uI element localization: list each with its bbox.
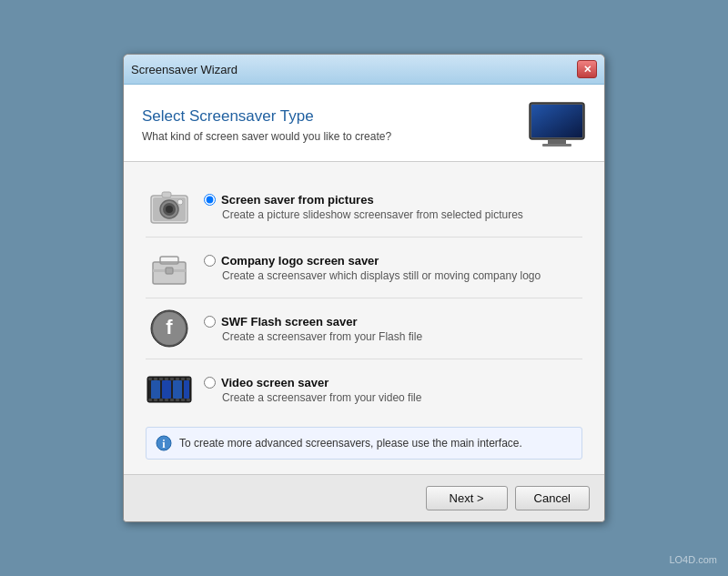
option-company[interactable]: Company logo screen saver Create a scree…: [146, 237, 582, 298]
svg-rect-36: [170, 399, 174, 401]
svg-rect-20: [151, 380, 160, 399]
option-pictures-desc: Create a picture slideshow screensaver f…: [222, 208, 523, 221]
info-bar: i To create more advanced screensavers, …: [146, 427, 582, 460]
svg-rect-38: [181, 399, 185, 401]
svg-point-9: [166, 206, 173, 213]
svg-rect-22: [173, 380, 182, 399]
option-video[interactable]: Video screen saver Create a screensaver …: [146, 359, 582, 419]
option-flash-label[interactable]: SWF Flash screen saver: [221, 315, 358, 328]
svg-rect-23: [184, 380, 189, 399]
main-window: Screensaver Wizard ✕ Select Screensaver …: [123, 54, 605, 522]
svg-rect-21: [162, 380, 171, 399]
svg-rect-28: [170, 378, 174, 380]
svg-rect-26: [159, 378, 163, 380]
svg-rect-25: [154, 378, 157, 380]
option-company-text: Company logo screen saver Create a scree…: [204, 254, 541, 282]
svg-rect-3: [548, 140, 566, 144]
radio-pictures[interactable]: [204, 194, 216, 206]
svg-point-11: [177, 199, 183, 205]
close-button[interactable]: ✕: [577, 60, 597, 78]
radio-company[interactable]: [204, 255, 216, 267]
svg-rect-15: [166, 268, 173, 274]
svg-rect-4: [542, 144, 571, 147]
video-icon: [146, 369, 193, 410]
page-title: Select Screensaver Type: [142, 107, 391, 126]
svg-rect-27: [165, 378, 168, 380]
header-panel: Select Screensaver Type What kind of scr…: [124, 85, 604, 162]
radio-video[interactable]: [204, 377, 216, 389]
monitor-icon: [528, 101, 586, 148]
briefcase-icon: [146, 247, 193, 288]
svg-rect-24: [148, 378, 152, 380]
title-bar: Screensaver Wizard ✕: [124, 55, 604, 85]
flash-icon: f: [146, 308, 193, 349]
option-video-desc: Create a screensaver from your video fil…: [222, 391, 421, 404]
page-subtitle: What kind of screen saver would you like…: [142, 130, 391, 143]
option-flash[interactable]: f SWF Flash screen saver Create a screen…: [146, 298, 582, 359]
svg-rect-2: [531, 105, 582, 137]
svg-rect-31: [187, 378, 190, 380]
svg-rect-32: [148, 399, 152, 401]
option-flash-desc: Create a screensaver from your Flash fil…: [222, 330, 422, 343]
svg-rect-33: [154, 399, 157, 401]
svg-rect-30: [181, 378, 185, 380]
option-video-label[interactable]: Video screen saver: [221, 376, 329, 389]
option-pictures-text: Screen saver from pictures Create a pict…: [204, 193, 523, 221]
content-area: Screen saver from pictures Create a pict…: [124, 162, 604, 474]
svg-text:f: f: [166, 316, 173, 339]
option-video-text: Video screen saver Create a screensaver …: [204, 376, 421, 404]
radio-flash[interactable]: [204, 316, 216, 328]
option-pictures[interactable]: Screen saver from pictures Create a pict…: [146, 177, 582, 237]
header-text: Select Screensaver Type What kind of scr…: [142, 107, 391, 143]
option-company-desc: Create a screensaver which displays stil…: [222, 269, 541, 282]
window-title: Screensaver Wizard: [131, 63, 238, 76]
watermark: LO4D.com: [669, 554, 717, 565]
next-button[interactable]: Next >: [426, 486, 508, 510]
svg-rect-37: [176, 399, 179, 401]
svg-rect-34: [159, 399, 163, 401]
option-pictures-label[interactable]: Screen saver from pictures: [221, 193, 374, 207]
option-flash-text: SWF Flash screen saver Create a screensa…: [204, 315, 422, 343]
option-company-label[interactable]: Company logo screen saver: [221, 254, 379, 268]
cancel-button[interactable]: Cancel: [515, 486, 590, 510]
svg-rect-10: [162, 192, 171, 197]
svg-rect-29: [176, 378, 179, 380]
svg-rect-35: [165, 399, 168, 401]
footer-panel: Next > Cancel: [124, 474, 604, 521]
svg-rect-39: [187, 399, 190, 401]
info-icon: i: [156, 435, 172, 451]
camera-icon: [146, 186, 193, 227]
info-message: To create more advanced screensavers, pl…: [179, 437, 522, 450]
